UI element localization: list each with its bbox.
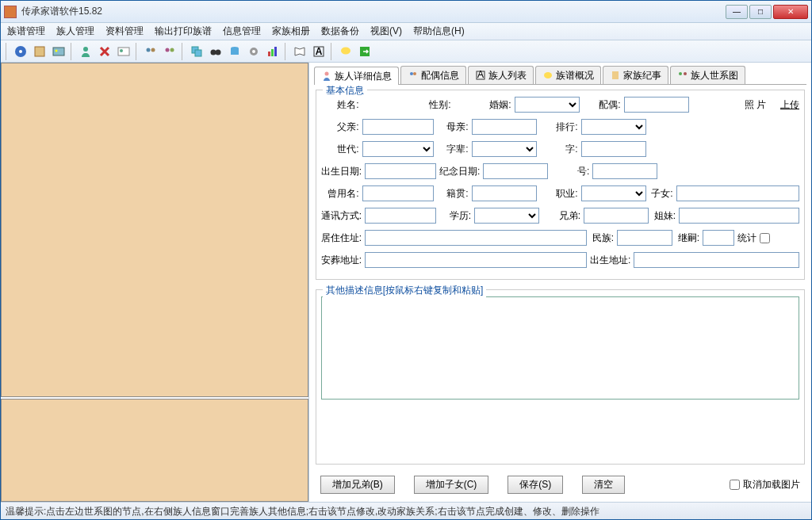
lineage-subtree[interactable] bbox=[1, 399, 308, 502]
tab-spouse[interactable]: 配偶信息 bbox=[400, 66, 466, 84]
hao-input[interactable] bbox=[592, 163, 657, 179]
tab-lineage[interactable]: 族人世系图 bbox=[670, 66, 745, 84]
contact-input[interactable] bbox=[365, 208, 436, 224]
tool-chart-icon[interactable] bbox=[264, 43, 282, 60]
marriage-select[interactable] bbox=[515, 97, 580, 113]
burial-label: 安葬地址: bbox=[321, 254, 362, 267]
svg-text:A: A bbox=[477, 70, 484, 80]
father-label: 父亲: bbox=[321, 120, 359, 134]
name-label: 姓名: bbox=[321, 98, 359, 112]
photo-label: 照 片 bbox=[745, 98, 766, 112]
birth-label: 出生日期: bbox=[321, 165, 362, 178]
tool-exit-icon[interactable] bbox=[356, 43, 373, 60]
children-label: 子女: bbox=[649, 187, 673, 201]
job-select[interactable] bbox=[581, 185, 646, 201]
tool-gear-icon[interactable] bbox=[245, 43, 262, 60]
sisters-input[interactable] bbox=[679, 208, 799, 224]
svg-point-34 bbox=[679, 72, 682, 75]
brothers-label: 兄弟: bbox=[542, 209, 580, 223]
tool-group2-icon[interactable] bbox=[161, 43, 178, 60]
nation-input[interactable] bbox=[617, 230, 672, 246]
cancel-image-checkbox-label[interactable]: 取消加载图片 bbox=[730, 478, 800, 491]
svg-point-29 bbox=[413, 72, 416, 75]
generation-select[interactable] bbox=[362, 141, 434, 157]
tool-delete-icon[interactable] bbox=[96, 43, 113, 60]
left-panel bbox=[1, 63, 309, 502]
tool-openbook-icon[interactable] bbox=[291, 43, 308, 60]
tool-font-icon[interactable]: A bbox=[310, 43, 327, 60]
svg-point-35 bbox=[684, 72, 687, 75]
cancel-image-checkbox[interactable] bbox=[730, 480, 740, 490]
rank-select[interactable] bbox=[581, 119, 646, 135]
tool-chat-icon[interactable] bbox=[337, 43, 354, 60]
birthplace-input[interactable] bbox=[634, 252, 799, 268]
native-input[interactable] bbox=[472, 185, 537, 201]
svg-point-32 bbox=[544, 72, 552, 78]
svg-rect-2 bbox=[35, 47, 44, 56]
svg-text:A: A bbox=[316, 46, 323, 57]
maximize-button[interactable]: □ bbox=[749, 5, 772, 19]
tool-book-icon[interactable] bbox=[31, 43, 48, 60]
upload-link[interactable]: 上传 bbox=[780, 98, 799, 112]
tool-windows-icon[interactable] bbox=[188, 43, 205, 60]
svg-point-7 bbox=[120, 49, 123, 52]
close-button[interactable]: ✕ bbox=[773, 5, 808, 19]
svg-point-1 bbox=[19, 50, 22, 53]
svg-rect-6 bbox=[118, 48, 129, 55]
tab-overview[interactable]: 族谱概况 bbox=[535, 66, 601, 84]
zi-input[interactable] bbox=[581, 141, 646, 157]
menu-genealogy[interactable]: 族谱管理 bbox=[7, 25, 45, 38]
tab-list[interactable]: A族人列表 bbox=[468, 66, 534, 84]
stat-checkbox[interactable] bbox=[760, 233, 770, 243]
memorial-label: 纪念日期: bbox=[439, 165, 480, 178]
menu-backup[interactable]: 数据备份 bbox=[321, 25, 359, 38]
sisters-label: 姐妹: bbox=[652, 209, 676, 223]
jisi-input[interactable] bbox=[703, 230, 734, 246]
save-button[interactable]: 保存(S) bbox=[508, 476, 563, 494]
desc-textarea[interactable] bbox=[321, 296, 799, 400]
menu-data[interactable]: 资料管理 bbox=[105, 25, 144, 38]
app-icon bbox=[4, 6, 17, 18]
tab-detail[interactable]: 族人详细信息 bbox=[314, 67, 399, 85]
tool-disc-icon[interactable] bbox=[12, 43, 29, 60]
tool-person-card-icon[interactable] bbox=[115, 43, 132, 60]
father-input[interactable] bbox=[362, 119, 434, 135]
window-title: 传承家谱软件15.82 bbox=[21, 5, 726, 18]
menu-help[interactable]: 帮助信息(H) bbox=[413, 25, 465, 38]
add-brother-button[interactable]: 增加兄弟(B) bbox=[320, 476, 395, 494]
desc-group: 其他描述信息[按鼠标右键复制和粘贴] bbox=[316, 289, 805, 465]
children-input[interactable] bbox=[676, 185, 799, 201]
addr-input[interactable] bbox=[365, 230, 587, 246]
minimize-button[interactable]: — bbox=[726, 5, 748, 19]
menu-print[interactable]: 输出打印族谱 bbox=[155, 25, 212, 38]
add-child-button[interactable]: 增加子女(C) bbox=[414, 476, 489, 494]
spouse-label: 配偶: bbox=[583, 98, 621, 112]
lineage-tree[interactable] bbox=[1, 63, 308, 397]
menu-album[interactable]: 家族相册 bbox=[272, 25, 310, 38]
svg-point-28 bbox=[410, 72, 413, 75]
tab-chronicle[interactable]: 家族纪事 bbox=[603, 66, 668, 84]
zibei-label: 字辈: bbox=[437, 143, 469, 156]
tool-person-icon[interactable] bbox=[77, 43, 94, 60]
menu-view[interactable]: 视图(V) bbox=[370, 25, 402, 38]
birth-input[interactable] bbox=[365, 163, 436, 179]
marriage-label: 婚姻: bbox=[473, 98, 511, 112]
tool-db-icon[interactable] bbox=[226, 43, 243, 60]
oldname-input[interactable] bbox=[362, 185, 434, 201]
burial-input[interactable] bbox=[365, 252, 587, 268]
spouse-input[interactable] bbox=[624, 97, 689, 113]
button-row: 增加兄弟(B) 增加子女(C) 保存(S) 清空 取消加载图片 bbox=[311, 469, 810, 500]
menu-member[interactable]: 族人管理 bbox=[56, 25, 94, 38]
mother-input[interactable] bbox=[472, 119, 537, 135]
native-label: 籍贯: bbox=[437, 187, 469, 201]
clear-button[interactable]: 清空 bbox=[582, 476, 625, 494]
edu-select[interactable] bbox=[474, 208, 539, 224]
tool-binoculars-icon[interactable] bbox=[207, 43, 224, 60]
menu-info[interactable]: 信息管理 bbox=[223, 25, 261, 38]
brothers-input[interactable] bbox=[584, 208, 649, 224]
mother-label: 母亲: bbox=[437, 120, 469, 134]
zibei-select[interactable] bbox=[472, 141, 537, 157]
tool-group-icon[interactable] bbox=[142, 43, 159, 60]
memorial-input[interactable] bbox=[483, 163, 548, 179]
tool-image-icon[interactable] bbox=[50, 43, 67, 60]
